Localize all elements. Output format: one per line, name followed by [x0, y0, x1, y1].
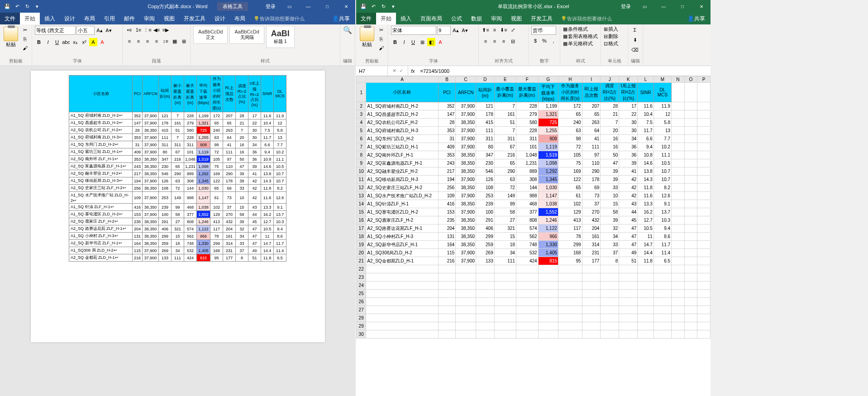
cell[interactable]: 80 — [476, 143, 495, 151]
currency-icon[interactable]: $ — [531, 37, 539, 45]
cell-name[interactable]: A1_SQ 昌盛超市 ZLD_H-2↩ — [69, 119, 132, 127]
cell[interactable] — [672, 216, 685, 224]
cell[interactable]: 117 — [558, 224, 582, 233]
cell[interactable] — [697, 151, 711, 159]
cell[interactable] — [697, 167, 711, 176]
header-cell[interactable]: RI上报总次数 — [582, 83, 601, 102]
cell[interactable]: 17 — [248, 112, 261, 119]
cell[interactable] — [538, 330, 558, 339]
cell[interactable]: 73 — [223, 192, 236, 204]
cell-name[interactable]: A2_SQ 融丰塑业 ZLF_H-2↩ — [69, 170, 132, 177]
cell[interactable]: 47 — [248, 240, 261, 247]
cell[interactable] — [638, 281, 654, 290]
align-left-icon[interactable]: ≡ — [482, 37, 490, 45]
cell[interactable] — [538, 281, 558, 290]
cell[interactable] — [697, 208, 711, 216]
cell[interactable] — [619, 306, 638, 314]
cell[interactable] — [697, 249, 711, 257]
style-heading1[interactable]: AaBl 标题 1 — [266, 26, 295, 48]
cell[interactable] — [366, 322, 438, 330]
cell[interactable]: 101 — [184, 148, 196, 156]
cell[interactable]: 51 — [171, 127, 184, 134]
cell[interactable] — [697, 290, 711, 298]
cell[interactable]: 32 — [601, 224, 619, 233]
cell[interactable] — [494, 273, 516, 281]
table-row[interactable]: A1_SQ 针漳 ZLF_H-1↩41638,350239994681,0381… — [69, 204, 286, 211]
cell[interactable]: 235 — [132, 218, 142, 225]
word-data-table[interactable]: 小区名称PCIARFCN站间距(m)最小覆盖距离(m)最大覆盖距离(m)平均下载… — [69, 75, 286, 262]
table-row[interactable]: 9A2_SQ富鑫源电器ZLF_H-124338,350230651,2311,0… — [357, 159, 711, 167]
col-header[interactable]: F — [516, 76, 538, 83]
cell[interactable] — [653, 281, 671, 290]
cell[interactable] — [672, 281, 685, 290]
cell[interactable]: 1,147 — [538, 192, 558, 200]
cell[interactable]: 290 — [223, 170, 236, 177]
cell-name[interactable]: A2_SQ 史家庄三站 ZLF_H-2↩ — [69, 185, 132, 192]
cell[interactable] — [516, 290, 538, 298]
cell[interactable]: 7 — [236, 127, 248, 134]
format-painter-icon[interactable]: 🖌 — [377, 44, 385, 52]
cell[interactable]: 80 — [158, 148, 171, 156]
row-header[interactable]: 5 — [357, 127, 366, 135]
cell[interactable] — [684, 127, 697, 135]
cell[interactable]: 1,292 — [538, 167, 558, 176]
save-icon[interactable]: 💾 — [360, 3, 367, 10]
cell[interactable]: 42 — [619, 176, 638, 184]
cell[interactable]: 353 — [132, 156, 142, 163]
cell[interactable]: 153 — [132, 211, 142, 218]
cell[interactable]: 263 — [582, 119, 601, 127]
cell[interactable]: 20 — [601, 127, 619, 135]
cell[interactable] — [494, 322, 516, 330]
cell[interactable]: 311 — [158, 141, 171, 148]
table-row[interactable]: 17A2_SQ路赛达花苑ZLF_H-120438,3504063215741,1… — [357, 224, 711, 233]
cell[interactable] — [601, 322, 619, 330]
font-color-button[interactable]: A — [436, 38, 444, 46]
cell[interactable]: 153 — [438, 208, 456, 216]
cell[interactable]: 9.4 — [274, 225, 286, 233]
cell[interactable]: 98 — [210, 141, 223, 148]
cell-name[interactable]: A1_SQ 移动新局 ZLD_H-3↩ — [69, 177, 132, 185]
cell[interactable]: 11.8 — [638, 257, 654, 265]
cell[interactable]: 34 — [619, 135, 638, 143]
cell[interactable] — [697, 281, 711, 290]
cell[interactable]: 42 — [619, 192, 638, 200]
cell[interactable] — [366, 306, 438, 314]
cell[interactable]: 144 — [516, 184, 538, 192]
cell[interactable]: 63 — [210, 134, 223, 141]
cell[interactable]: 38,350 — [142, 240, 158, 247]
cell[interactable] — [672, 249, 685, 257]
cell-name[interactable]: A2_SQ金都苑ZLD_H-1 — [366, 257, 438, 265]
cell[interactable]: 889 — [184, 170, 196, 177]
col-header[interactable]: M — [653, 76, 671, 83]
cell[interactable]: 291 — [158, 218, 171, 225]
cell[interactable]: 45 — [248, 218, 261, 225]
cell[interactable]: 9.4 — [638, 143, 654, 151]
cell-name[interactable]: A1_SQ府城村南ZLD_H-2 — [366, 102, 438, 110]
cell[interactable] — [438, 314, 456, 322]
cell[interactable]: 149 — [494, 192, 516, 200]
cell[interactable] — [476, 290, 495, 298]
cell[interactable]: 178 — [158, 119, 171, 127]
cell[interactable]: 7.7 — [653, 135, 671, 143]
shrink-font-icon[interactable]: A▾ — [105, 26, 113, 34]
cell[interactable]: 194 — [438, 176, 456, 184]
cell[interactable] — [438, 265, 456, 273]
cell-name[interactable]: A1_SQ针漳ZLF_H-1 — [366, 200, 438, 208]
word-document-area[interactable]: 小区名称PCIARFCN站间距(m)最小覆盖距离(m)最大覆盖距离(m)平均下载… — [0, 66, 355, 396]
cell[interactable] — [697, 200, 711, 208]
cell[interactable]: 256 — [438, 184, 456, 192]
cell[interactable] — [494, 265, 516, 273]
format-painter-icon[interactable]: 🖌 — [21, 44, 29, 52]
cell[interactable]: 353 — [438, 127, 456, 135]
cell[interactable] — [684, 322, 697, 330]
cell[interactable] — [672, 330, 685, 339]
cell[interactable]: 17 — [619, 102, 638, 110]
cell[interactable]: 7 — [494, 102, 516, 110]
cell[interactable]: 10.4 — [261, 119, 274, 127]
cell[interactable]: 10.8 — [638, 151, 654, 159]
cell-name[interactable]: A2_SQ鹿家庄ZLF_H-2 — [366, 216, 438, 224]
col-header[interactable]: L — [638, 76, 654, 83]
table-row[interactable]: 4A2_SQ农机公司ZLF_H-22838,350415515807252402… — [357, 119, 711, 127]
cell[interactable]: 105 — [210, 156, 223, 163]
cell[interactable]: 18 — [171, 240, 184, 247]
